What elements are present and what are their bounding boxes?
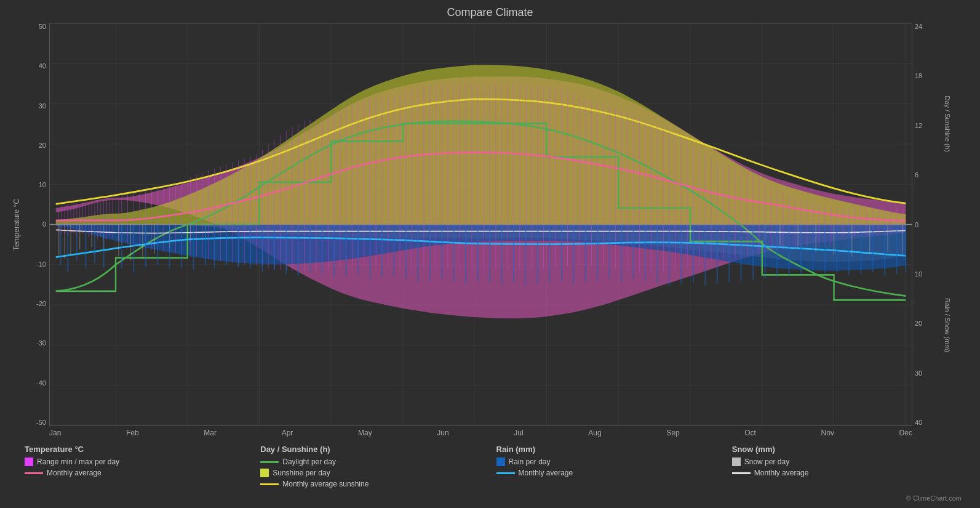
legend-snow-label: Snow per day [744,458,789,466]
y-tick-10: 10 [18,181,46,188]
legend-temp-range-label: Range min / max per day [37,458,119,466]
legend-rain-title: Rain (mm) [496,445,720,454]
legend-line-daylight [260,461,279,463]
y-axis-left-label: Temperature °C [12,198,21,250]
y-tick--10: -10 [18,260,46,268]
legend-area: Temperature °C Range min / max per day M… [12,440,968,493]
y-tick-right-6: 6 [915,171,937,179]
legend-rain-avg-label: Monthly average [519,469,573,477]
y-tick-40: 40 [18,62,46,70]
legend-rain-label: Rain per day [509,458,551,466]
y-axis-rain-label: Rain / Snow (mm) [944,298,951,352]
page-wrapper: Compare Climate Temperature °C 50 40 30 … [0,0,980,508]
chart-title: Compare Climate [12,6,968,19]
y-tick-right-18: 18 [915,72,937,79]
legend-temp-avg: Monthly average [25,469,248,477]
x-tick-oct: Oct [744,429,756,437]
y-tick-right-30: 30 [915,369,937,377]
y-axis-left-ticks: 50 40 30 20 10 0 -10 -20 -30 -40 -50 [18,23,49,426]
x-tick-jul: Jul [514,429,523,437]
legend-swatch-rain [496,458,505,466]
x-tick-nov: Nov [821,429,834,437]
legend-line-temp [25,472,43,474]
legend-sunshine-swatch: Sunshine per day [260,469,484,477]
y-tick-right-24: 24 [915,23,937,30]
legend-snow-title: Snow (mm) [732,445,955,454]
y-axis-left: Temperature °C 50 40 30 20 10 0 -10 -20 … [12,23,49,426]
copyright: © ClimeChart.com [12,493,968,502]
x-tick-may: May [358,429,372,437]
y-axis-sunshine-label: Day / Sunshine (h) [944,95,951,151]
x-tick-jun: Jun [437,429,448,437]
y-tick-50: 50 [18,23,46,30]
legend-snow-avg-label: Monthly average [754,469,809,477]
y-tick--40: -40 [18,379,46,387]
y-tick--30: -30 [18,339,46,347]
x-tick-jan: Jan [49,429,61,437]
chart-svg [50,23,912,425]
y-tick-0: 0 [18,220,46,228]
legend-temp-avg-label: Monthly average [47,469,102,477]
y-tick-right-10: 10 [915,270,937,278]
x-tick-apr: Apr [282,429,293,437]
legend-snow-avg: Monthly average [732,469,955,477]
y-tick--20: -20 [18,300,46,307]
x-tick-aug: Aug [588,429,601,437]
y-tick-20: 20 [18,142,46,149]
legend-line-rain [496,472,515,474]
legend-swatch-temp [25,458,33,466]
legend-daylight-label: Daylight per day [282,458,336,466]
y-tick--50: -50 [18,419,46,426]
chart-main: Helsingborg Helsingborg ClimeChart.com C… [49,23,912,426]
y-tick-30: 30 [18,102,46,110]
legend-rain-swatch: Rain per day [496,458,720,466]
legend-group-sunshine: Day / Sunshine (h) Daylight per day Suns… [254,445,490,491]
chart-area: Temperature °C 50 40 30 20 10 0 -10 -20 … [12,23,968,426]
legend-sunshine-title: Day / Sunshine (h) [260,445,484,454]
y-tick-right-12: 12 [915,122,937,129]
legend-temp-title: Temperature °C [25,445,248,454]
x-tick-feb: Feb [126,429,139,437]
x-axis-ticks: Jan Feb Mar Apr May Jun Jul Aug Sep Oct … [49,426,912,440]
legend-sunshine-avg: Monthly average sunshine [260,480,484,488]
y-tick-right-40: 40 [915,419,937,426]
legend-snow-swatch: Snow per day [732,458,955,466]
legend-swatch-sunshine [260,469,269,477]
x-tick-mar: Mar [204,429,217,437]
legend-daylight: Daylight per day [260,458,484,466]
legend-sunshine-label: Sunshine per day [273,469,330,477]
legend-group-snow: Snow (mm) Snow per day Monthly average [726,445,962,491]
legend-line-snow [732,472,751,474]
y-tick-right-0-sun: 0 [915,221,937,228]
legend-group-temperature: Temperature °C Range min / max per day M… [18,445,254,491]
x-tick-dec: Dec [899,429,912,437]
x-tick-sep: Sep [666,429,679,437]
legend-line-sunshine [260,483,279,485]
right-label-col: Day / Sunshine (h) Rain / Snow (mm) [937,23,952,426]
x-axis-area: Jan Feb Mar Apr May Jun Jul Aug Sep Oct … [12,426,968,440]
legend-sunshine-avg-label: Monthly average sunshine [282,480,368,488]
legend-swatch-snow [732,458,741,466]
y-tick-right-20: 20 [915,320,937,327]
legend-rain-avg: Monthly average [496,469,720,477]
right-ticks-sunshine: 24 18 12 6 0 10 20 30 40 [912,23,937,426]
legend-group-rain: Rain (mm) Rain per day Monthly average [490,445,726,491]
legend-temp-range: Range min / max per day [25,458,248,466]
y-axis-right: 24 18 12 6 0 10 20 30 40 Day / Sunshine … [912,23,968,426]
